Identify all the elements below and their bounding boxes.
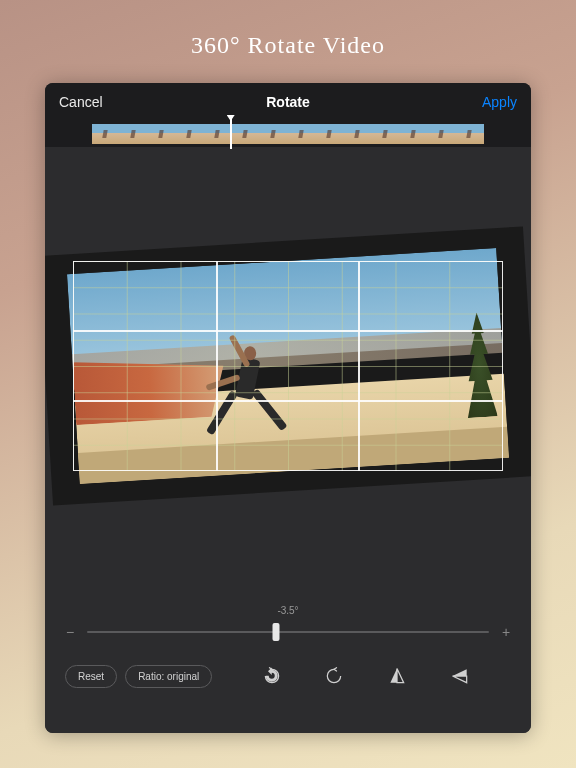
flip-vertical-icon[interactable] [385,664,409,688]
slider-thumb[interactable] [272,623,279,641]
apply-button[interactable]: Apply [482,94,517,110]
video-filmstrip[interactable] [45,121,531,147]
nav-bar: Cancel Rotate Apply [45,83,531,121]
flip-horizontal-icon[interactable] [448,664,472,688]
filmstrip-thumb[interactable] [260,124,288,144]
app-frame: Cancel Rotate Apply [45,83,531,733]
slider-min-icon: − [65,624,75,640]
filmstrip-thumb[interactable] [456,124,484,144]
filmstrip-thumb[interactable] [288,124,316,144]
filmstrip-thumb[interactable] [428,124,456,144]
angle-readout: -3.5° [65,605,511,616]
reset-button[interactable]: Reset [65,665,117,688]
ratio-button[interactable]: Ratio: original [125,665,212,688]
filmstrip-thumb[interactable] [148,124,176,144]
playhead-indicator[interactable] [230,119,232,149]
cancel-button[interactable]: Cancel [59,94,103,110]
promo-title: 360° Rotate Video [0,0,576,83]
preview-frame [67,248,509,484]
filmstrip-thumb[interactable] [400,124,428,144]
video-preview[interactable] [45,147,531,585]
rotation-slider[interactable]: − + [65,624,511,640]
rotate-right-icon[interactable] [322,664,346,688]
filmstrip-thumb[interactable] [344,124,372,144]
slider-max-icon: + [501,624,511,640]
filmstrip-thumb[interactable] [204,124,232,144]
filmstrip-thumb[interactable] [92,124,120,144]
filmstrip-thumb[interactable] [316,124,344,144]
filmstrip-thumb[interactable] [120,124,148,144]
filmstrip-thumb[interactable] [232,124,260,144]
rotate-left-icon[interactable] [260,664,284,688]
controls-panel: -3.5° − + Reset Ratio: original [45,585,531,733]
filmstrip-thumb[interactable] [372,124,400,144]
slider-track[interactable] [87,631,489,633]
filmstrip-thumb[interactable] [176,124,204,144]
screen-title: Rotate [266,94,310,110]
